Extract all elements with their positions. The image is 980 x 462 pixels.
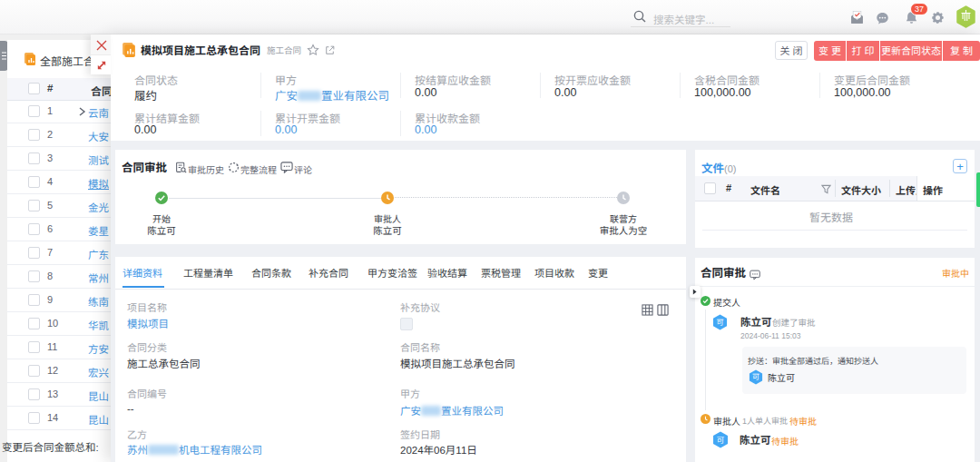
- svg-text:可: 可: [752, 371, 760, 381]
- svg-text:可: 可: [717, 434, 725, 445]
- svg-text:可: 可: [716, 317, 723, 327]
